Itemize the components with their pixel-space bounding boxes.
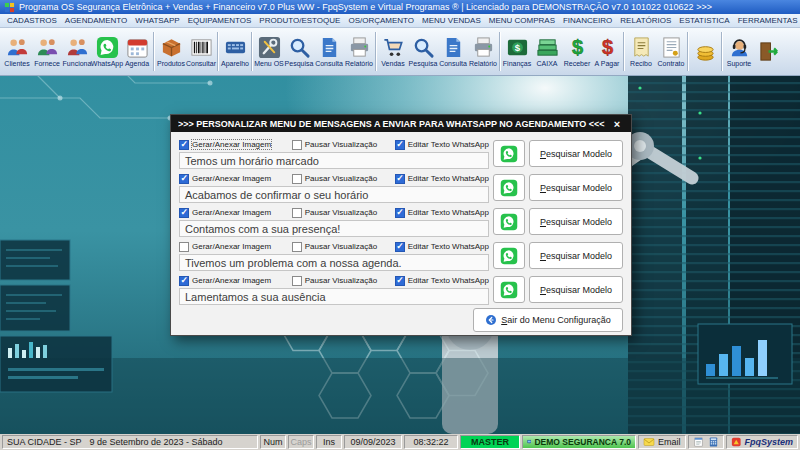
status-user-badge: MASTER — [460, 435, 520, 449]
notepad-icon[interactable] — [693, 436, 704, 448]
message-input-4[interactable]: Tivemos um problema com a nossa agenda. — [179, 254, 489, 271]
whatsapp-send-button[interactable] — [493, 276, 525, 303]
toolbar-separator — [251, 32, 253, 71]
pausar-checkbox[interactable] — [292, 174, 302, 184]
whatsapp-icon — [96, 36, 119, 59]
menu-compras[interactable]: MENU COMPRAS — [485, 16, 559, 25]
gerar-checkbox[interactable] — [179, 208, 189, 218]
message-input-1[interactable]: Temos um horário marcado — [179, 152, 489, 169]
toolbar-moedas[interactable] — [690, 29, 720, 74]
toolbar-separator — [623, 32, 625, 71]
message-row-5: Gerar/Anexar Imagem Pausar Visualização … — [179, 274, 623, 305]
toolbar-menu-os[interactable]: Menu OS — [254, 29, 284, 74]
toolbar-vendas[interactable]: Vendas — [378, 29, 408, 74]
editar-checkbox[interactable] — [395, 174, 405, 184]
editar-label: Editar Texto WhatsApp — [408, 174, 489, 183]
main-toolbar: Clientes Fornece Funciona WhatsApp Agend… — [0, 28, 800, 76]
toolbar-financas[interactable]: $Finanças — [502, 29, 532, 74]
editar-label: Editar Texto WhatsApp — [408, 208, 489, 217]
toolbar-label: Produtos — [157, 60, 185, 67]
message-input-2[interactable]: Acabamos de confirmar o seu horário — [179, 186, 489, 203]
toolbar-contrato[interactable]: Contrato — [656, 29, 686, 74]
message-input-3[interactable]: Contamos com a sua presença! — [179, 220, 489, 237]
toolbar-pesquisa-vendas[interactable]: Pesquisa — [408, 29, 438, 74]
gerar-checkbox[interactable] — [179, 174, 189, 184]
menu-bar: CADASTROS AGENDAMENTO WHATSAPP EQUIPAMEN… — [0, 14, 800, 28]
status-location: SUA CIDADE - SP 9 de Setembro de 2023 - … — [2, 435, 258, 449]
toolbar-label: CAIXA — [536, 60, 557, 67]
toolbar-caixa[interactable]: CAIXA — [532, 29, 562, 74]
menu-whatsapp[interactable]: WHATSAPP — [131, 16, 183, 25]
menu-produto-estoque[interactable]: PRODUTO/ESTOQUE — [255, 16, 344, 25]
gerar-checkbox[interactable] — [179, 276, 189, 286]
toolbar-produtos[interactable]: Produtos — [156, 29, 186, 74]
message-row-4: Gerar/Anexar Imagem Pausar Visualização … — [179, 240, 623, 271]
app-icon — [4, 2, 15, 13]
toolbar-recibo[interactable]: Recibo — [626, 29, 656, 74]
dollar-red-icon: $ — [596, 36, 619, 59]
menu-equipamentos[interactable]: EQUIPAMENTOS — [184, 16, 256, 25]
search-icon — [288, 36, 311, 59]
toolbar-aparelho[interactable]: Aparelho — [220, 29, 250, 74]
toolbar-whatsapp[interactable]: WhatsApp — [92, 29, 122, 74]
menu-cadastros[interactable]: CADASTROS — [3, 16, 61, 25]
calculator-icon[interactable] — [708, 436, 719, 448]
editar-checkbox[interactable] — [395, 242, 405, 252]
dialog-title: >>> PERSONALIZAR MENU DE MENSAGENS A ENV… — [178, 119, 610, 129]
whatsapp-send-button[interactable] — [493, 208, 525, 235]
pesquisar-modelo-button[interactable]: Pesquisar Modelo — [529, 276, 623, 303]
sair-menu-configuracao-button[interactable]: Sair do Menu Configuração — [473, 308, 623, 332]
coins-icon — [694, 40, 717, 63]
toolbar-consulta-os[interactable]: Consulta — [314, 29, 344, 74]
toolbar-label: Finanças — [503, 60, 531, 67]
pesquisar-modelo-button[interactable]: Pesquisar Modelo — [529, 242, 623, 269]
gerar-label: Gerar/Anexar Imagem — [192, 276, 271, 285]
toolbar-consulta-vendas[interactable]: Consulta — [438, 29, 468, 74]
menu-agendamento[interactable]: AGENDAMENTO — [61, 16, 132, 25]
pausar-checkbox[interactable] — [292, 276, 302, 286]
whatsapp-send-button[interactable] — [493, 174, 525, 201]
toolbar-funcionarios[interactable]: Funciona — [62, 29, 92, 74]
toolbar-consultar-produtos[interactable]: Consultar — [186, 29, 216, 74]
status-email-button[interactable]: Email — [638, 435, 686, 449]
message-input-5[interactable]: Lamentamos a sua ausência — [179, 288, 489, 305]
toolbar-clientes[interactable]: Clientes — [2, 29, 32, 74]
toolbar-separator — [687, 32, 689, 71]
whatsapp-send-button[interactable] — [493, 242, 525, 269]
whatsapp-send-button[interactable] — [493, 140, 525, 167]
menu-os-orcamento[interactable]: OS/ORÇAMENTO — [344, 16, 418, 25]
insert-indicator: Ins — [316, 435, 342, 449]
toolbar-a-pagar[interactable]: $A Pagar — [592, 29, 622, 74]
toolbar-pesquisa-os[interactable]: Pesquisa — [284, 29, 314, 74]
numlock-indicator: Num — [260, 435, 286, 449]
pesquisar-modelo-button[interactable]: Pesquisar Modelo — [529, 208, 623, 235]
toolbar-sair[interactable] — [754, 29, 784, 74]
toolbar-agenda[interactable]: Agenda — [122, 29, 152, 74]
pesquisar-modelo-button[interactable]: Pesquisar Modelo — [529, 174, 623, 201]
toolbar-suporte[interactable]: Suporte — [724, 29, 754, 74]
pausar-checkbox[interactable] — [292, 140, 302, 150]
toolbar-relatorio-vendas[interactable]: Relatório — [468, 29, 498, 74]
toolbar-label: Relatório — [469, 60, 497, 67]
pausar-checkbox[interactable] — [292, 242, 302, 252]
gerar-checkbox[interactable] — [179, 140, 189, 150]
pesquisar-modelo-button[interactable]: Pesquisar Modelo — [529, 140, 623, 167]
document-icon — [442, 36, 465, 59]
money-icon: $ — [506, 36, 529, 59]
gerar-checkbox[interactable] — [179, 242, 189, 252]
toolbar-fornecedores[interactable]: Fornece — [32, 29, 62, 74]
editar-checkbox[interactable] — [395, 276, 405, 286]
menu-vendas[interactable]: MENU VENDAS — [418, 16, 485, 25]
menu-ferramentas[interactable]: FERRAMENTAS — [734, 16, 800, 25]
menu-financeiro[interactable]: FINANCEIRO — [559, 16, 616, 25]
menu-relatorios[interactable]: RELATÓRIOS — [616, 16, 675, 25]
editar-checkbox[interactable] — [395, 140, 405, 150]
status-product-badge: DEMO SEGURANCA 7.0 — [522, 435, 636, 449]
pausar-checkbox[interactable] — [292, 208, 302, 218]
editar-checkbox[interactable] — [395, 208, 405, 218]
close-icon[interactable]: × — [610, 118, 624, 130]
toolbar-relatorio-os[interactable]: Relatório — [344, 29, 374, 74]
exit-icon — [758, 40, 781, 63]
menu-estatistica[interactable]: ESTATISTICA — [675, 16, 733, 25]
toolbar-receber[interactable]: $Receber — [562, 29, 592, 74]
